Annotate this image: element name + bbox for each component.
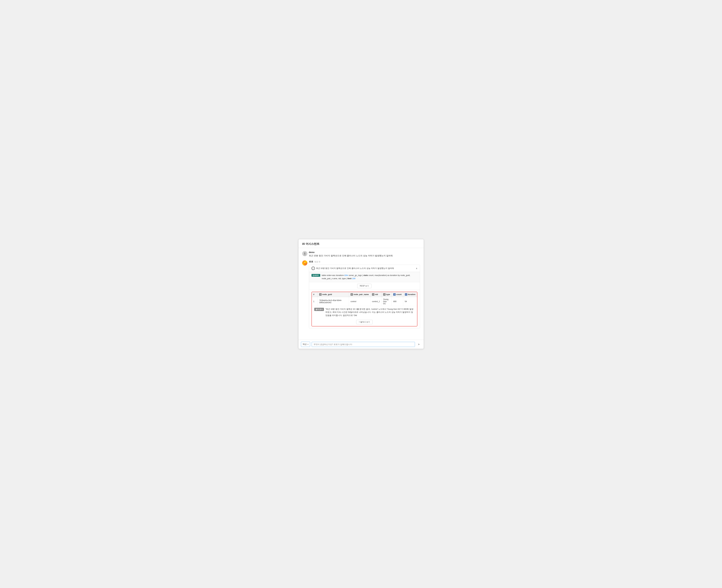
ai-time: 방금 전 [315, 260, 320, 263]
action-label: 액션 [303, 343, 307, 346]
th-icon-node-pair-name: A [350, 293, 353, 296]
th-duration: 1 duration [403, 292, 417, 297]
chevron-down-icon: ▾ [307, 343, 308, 345]
result-table: # A node_guid [312, 292, 417, 306]
th-count: 1 count [392, 292, 403, 297]
th-node-guid: A node_guid [318, 292, 349, 297]
query-stats-keyword: stats [363, 274, 368, 276]
ai-avatar [302, 260, 307, 266]
analysis-text: "최근 10분 동안 가비지 컬렉션 로그를 분석한 결과, 'control'… [325, 308, 415, 317]
th-icon-node-guid: A [319, 293, 322, 296]
analysis-badge: 결과 분석 [314, 308, 324, 311]
expand-btn-row: + 펼쳐서 보기 [312, 319, 417, 326]
td-node-guid: 7636eb5a-f4c0-45af-9044-09f0e1eb4342 [318, 297, 349, 306]
result-area: # A node_guid [312, 292, 417, 327]
user-text: 최근 10분 동안 가비지 컬렉션으로 인해 클러스터 노드의 성능 저하가 발… [309, 254, 393, 257]
analysis-block: 결과 분석 "최근 10분 동안 가비지 컬렉션 로그를 분석한 결과, 'co… [312, 306, 417, 319]
td-nid: control_1 [370, 297, 381, 306]
response-card: ✓ 최근 10분 동안 가비지 컬렉션으로 인해 클러스터 노드의 성능 저하가… [309, 265, 420, 329]
window-title: AI 어시스턴트 [302, 242, 319, 245]
svg-point-0 [304, 253, 305, 254]
chat-input[interactable] [312, 342, 415, 347]
user-avatar [302, 251, 307, 256]
query-text: table order=asc duration=10m sonar_gc_lo… [322, 274, 417, 280]
td-node-pair-name: control [349, 297, 370, 306]
send-button[interactable]: ➤ [417, 342, 421, 346]
chat-area: demo 최근 10분 동안 가비지 컬렉션으로 인해 클러스터 노드의 성능 … [299, 248, 424, 340]
query-limit-keyword: limit [347, 277, 352, 280]
input-area: 액션 ▾ ➤ [299, 340, 424, 349]
send-icon: ➤ [418, 343, 420, 346]
th-icon-count: 1 [393, 293, 396, 296]
table-header-row: # A node_guid [312, 292, 417, 297]
svg-point-1 [304, 254, 306, 255]
th-nid: A nid [370, 292, 381, 297]
th-node-pair-name: A node_pair_name [349, 292, 370, 297]
ai-name: 로로 [309, 260, 313, 263]
ai-message-block: 로로 방금 전 ✓ 최근 10분 동안 가비지 컬렉션으로 인해 클러스터 노드… [302, 260, 420, 329]
th-icon-duration: 1 [405, 293, 407, 296]
svg-point-4 [304, 262, 305, 263]
td-duration: 54 [403, 297, 417, 306]
ai-message-content: 로로 방금 전 ✓ 최근 10분 동안 가비지 컬렉션으로 인해 클러스터 노드… [309, 260, 420, 329]
query-duration-value: 10m [344, 274, 348, 276]
response-card-header: ✓ 최근 10분 동안 가비지 컬렉션으로 인해 클러스터 노드의 성능 저하가… [309, 265, 420, 272]
td-row-num: 1 [312, 297, 318, 306]
window-header: AI 어시스턴트 [299, 239, 424, 248]
th-hash: # [312, 292, 318, 297]
main-window: AI 어시스턴트 demo 최근 10분 동안 가비지 컬렉션으로 인해 클러스… [298, 239, 424, 349]
th-icon-type: A [383, 293, 385, 296]
ai-name-row: 로로 방금 전 [309, 260, 420, 263]
td-count: 800 [392, 297, 403, 306]
user-message-content: demo 최근 10분 동안 가비지 컬렉션으로 인해 클러스터 노드의 성능 … [309, 251, 393, 257]
card-title-text: 최근 10분 동안 가비지 컬렉션으로 인해 클러스터 노드의 성능 저하가 발… [316, 267, 394, 270]
th-type: A type [381, 292, 392, 297]
query-block: QUERY table order=asc duration=10m sonar… [309, 272, 420, 282]
chevron-up-icon[interactable]: ∧ [416, 267, 417, 270]
action-select[interactable]: 액션 ▾ [301, 342, 310, 347]
user-message-block: demo 최근 10분 동안 가비지 컬렉션으로 인해 클러스터 노드의 성능 … [302, 251, 420, 257]
expand-button[interactable]: + 펼쳐서 보기 [356, 320, 373, 324]
table-row: 1 7636eb5a-f4c0-45af-9044-09f0e1eb4342 c… [312, 297, 417, 306]
th-icon-nid: A [372, 293, 374, 296]
td-type: Young Gen GC [381, 297, 392, 306]
query-limit-value: 100 [352, 277, 356, 280]
response-card-title: ✓ 최근 10분 동안 가비지 컬렉션으로 인해 클러스터 노드의 성능 저하가… [312, 267, 394, 270]
resp-btn-row: RESP 보기 [309, 282, 420, 290]
query-badge: QUERY [312, 274, 320, 277]
resp-view-button[interactable]: RESP 보기 [357, 284, 372, 288]
user-name: demo [309, 251, 393, 253]
check-circle-icon: ✓ [312, 267, 315, 270]
